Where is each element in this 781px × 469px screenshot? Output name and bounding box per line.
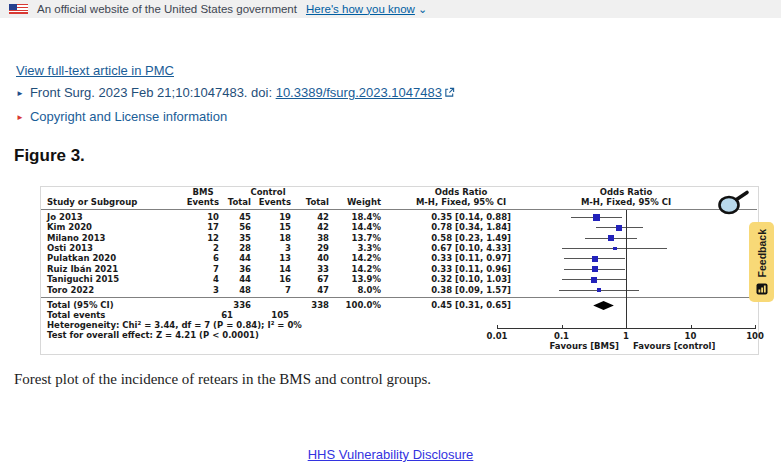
study-name: Kim 2020 [47, 223, 92, 232]
weight: 14.2% [319, 265, 381, 274]
header-mh-text: M-H, Fixed, 95% CI [396, 198, 526, 207]
header-group-bms: BMS [173, 188, 233, 197]
gov-banner-text: An official website of the United States… [37, 3, 297, 15]
axis-tick [691, 325, 692, 329]
copyright-link[interactable]: Copyright and License information [30, 109, 227, 124]
weight: 14.2% [319, 254, 381, 263]
or-marker [613, 247, 617, 251]
or-ci-text: 0.33 [0.11, 0.97] [416, 254, 511, 263]
total-events-bms: 61 [171, 311, 233, 320]
header-mh-plot: M-H, Fixed, 95% CI [561, 198, 691, 207]
header-study: Study or Subgroup [47, 198, 137, 207]
weight: 3.3% [319, 244, 381, 253]
study-name: Milano 2013 [47, 234, 106, 243]
weight: 13.7% [319, 234, 381, 243]
heterogeneity-text: Heterogeneity: Chi² = 3.44, df = 7 (P = … [47, 321, 302, 330]
or-marker [608, 235, 614, 241]
or-ci-text: 0.33 [0.11, 0.96] [416, 265, 511, 274]
footer: HHS Vulnerability Disclosure [0, 447, 781, 462]
or-marker [592, 266, 598, 272]
figure-image[interactable]: BMSControlOdds RatioOdds RatioStudy or S… [40, 186, 759, 355]
citation-text: Front Surg. 2023 Feb 21;10:1047483. doi: [30, 85, 276, 100]
header-group-control: Control [238, 188, 298, 197]
study-name: Ruiz Ibán 2021 [47, 265, 118, 274]
or-ci-text: 0.58 [0.23, 1.49] [416, 234, 511, 243]
header-rule [41, 209, 757, 210]
external-link-icon [444, 87, 455, 98]
or-ci-text: 0.78 [0.34, 1.84] [416, 223, 511, 232]
forest-plot: BMSControlOdds RatioOdds RatioStudy or S… [41, 187, 758, 354]
study-name: Taniguchi 2015 [47, 275, 119, 284]
hhs-vulnerability-link[interactable]: HHS Vulnerability Disclosure [308, 447, 474, 462]
axis-tick-label: 10 [671, 332, 711, 341]
axis-tick [755, 325, 756, 329]
total-diamond [593, 301, 614, 310]
or-marker [593, 214, 600, 221]
axis-tick [626, 325, 627, 329]
or-marker [597, 288, 602, 293]
axis-tick-label: 0.1 [542, 332, 582, 341]
header-odds-ratio-text: Odds Ratio [396, 188, 526, 197]
copyright-row: ►Copyright and License information [16, 109, 227, 124]
total-or-ci-text: 0.45 [0.31, 0.65] [416, 301, 511, 310]
overall-effect-text: Test for overall effect: Z = 4.21 (P < 0… [47, 331, 259, 340]
weight: 14.4% [319, 223, 381, 232]
gov-banner: An official website of the United States… [0, 0, 781, 18]
citation-row: ►Front Surg. 2023 Feb 21;10:1047483. doi… [16, 85, 455, 100]
citation-toggle-icon[interactable]: ► [16, 89, 24, 98]
feedback-tab[interactable]: Feedback [749, 222, 774, 302]
axis-tick-label: 0.01 [477, 332, 517, 341]
feedback-chart-icon [756, 283, 768, 295]
axis-tick [562, 325, 563, 329]
or-marker [592, 256, 598, 262]
view-full-text-link[interactable]: View full-text article in PMC [16, 63, 174, 78]
figure-caption: Forest plot of the incidence of retears … [14, 371, 431, 388]
header-weight: Weight [319, 198, 381, 207]
or-marker [616, 225, 622, 231]
total-events-label: Total events [47, 311, 105, 320]
total-bms-total: 336 [189, 301, 251, 310]
axis-null-line [626, 210, 627, 329]
or-marker [591, 277, 597, 283]
total-events-ctrl: 105 [227, 311, 289, 320]
or-ci-text: 0.38 [0.09, 1.57] [416, 286, 511, 295]
figure-title: Figure 3. [14, 146, 85, 166]
view-pmc-row: View full-text article in PMC [16, 63, 174, 78]
feedback-label: Feedback [756, 229, 768, 277]
doi-link[interactable]: 10.3389/fsurg.2023.1047483 [276, 85, 442, 100]
favours-right-label: Favours [control] [633, 342, 715, 351]
study-name: Pulatkan 2020 [47, 254, 116, 263]
copyright-toggle-icon[interactable]: ► [16, 113, 24, 122]
total-rule [41, 297, 757, 298]
study-name: Jo 2013 [47, 213, 83, 222]
weight: 8.0% [319, 286, 381, 295]
total-label: Total (95% CI) [47, 301, 114, 310]
or-ci-text: 0.32 [0.10, 1.03] [416, 275, 511, 284]
study-name: Toro 2022 [47, 286, 94, 295]
header-odds-ratio-plot: Odds Ratio [561, 188, 691, 197]
zoom-magnifier-icon[interactable] [714, 188, 752, 218]
axis-tick [497, 325, 498, 329]
or-ci-text: 0.67 [0.10, 4.33] [416, 244, 511, 253]
favours-left-label: Favours [BMS] [491, 342, 619, 351]
heres-how-you-know-link[interactable]: Here's how you know [306, 3, 415, 15]
chevron-down-icon[interactable]: ⌄ [418, 3, 427, 16]
study-name: Osti 2013 [47, 244, 93, 253]
weight: 18.4% [319, 213, 381, 222]
total-weight: 100.0% [319, 301, 381, 310]
axis-tick-label: 1 [606, 332, 646, 341]
us-flag-icon [9, 4, 28, 14]
axis-tick-label: 100 [735, 332, 775, 341]
weight: 13.9% [319, 275, 381, 284]
or-ci-text: 0.35 [0.14, 0.88] [416, 213, 511, 222]
